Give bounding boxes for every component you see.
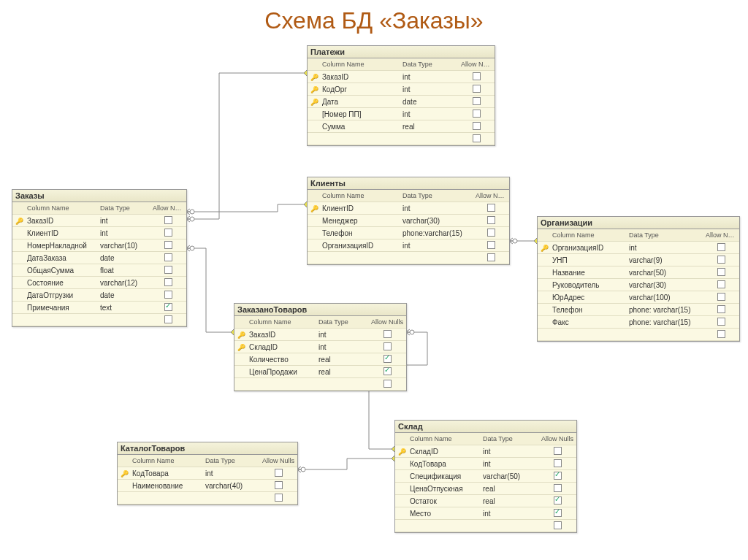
table-row[interactable] [308,133,495,145]
table-row[interactable]: КодТовараint [395,458,576,470]
table-row[interactable] [308,252,509,264]
table-row[interactable]: Наименованиеvarchar(40) [118,480,297,492]
column-name: Наименование [129,481,202,491]
table-row[interactable]: Телефонphone:varchar(15) [308,227,509,239]
allow-null [538,483,576,494]
table-row[interactable] [538,329,739,341]
table-row[interactable]: ЦенаПродажиreal [234,366,406,378]
table-row[interactable]: 🔑КодОргint [308,83,495,96]
table-row[interactable]: Примечанияtext [12,302,186,314]
primary-key-icon: 🔑 [310,204,319,212]
table-row[interactable]: Состояниеvarchar(12) [12,277,186,289]
header-key [12,207,24,209]
table-row[interactable]: ОрганизацияIDint [308,239,509,252]
key-cell [538,272,549,273]
allow-null [458,84,495,95]
checkbox-icon [554,459,562,467]
column-type: real [316,367,368,377]
column-name: [Номер ПП] [319,110,400,119]
table-row[interactable] [395,520,576,532]
table-row[interactable]: КлиентIDint [12,227,186,239]
table-row[interactable]: 🔑ЗаказIDint [234,329,406,341]
table-row[interactable]: Остатокreal [395,495,576,507]
table-row[interactable]: НомерНакладнойvarchar(10) [12,239,186,252]
key-cell [308,113,319,115]
column-type: int [400,85,458,94]
table-row[interactable] [118,492,297,505]
checkbox-icon [164,315,172,323]
table-row[interactable]: ЦенаОтпускнаяreal [395,483,576,495]
table-row[interactable]: Телефонphone: varchar(15) [538,304,739,316]
key-cell [118,497,129,499]
header-null: Allow Nulls [368,318,406,326]
table-row[interactable]: 🔑ЗаказIDint [308,71,495,83]
primary-key-icon: 🔑 [310,73,319,81]
table-row[interactable]: ДатаОтгрузкиdate [12,289,186,302]
table-orgs[interactable]: ОрганизацииColumn NameData TypeAllow Nul… [537,216,740,342]
allow-null [473,203,509,214]
table-row[interactable]: Суммаreal [308,120,495,133]
column-name: ОрганизацияID [549,243,626,253]
allow-null [458,109,495,120]
key-cell [538,259,549,261]
key-cell: 🔑 [234,330,246,340]
header-key [234,321,246,323]
column-name: ЦенаПродажи [246,367,316,377]
checkbox-icon [164,278,172,286]
table-row[interactable]: 🔑КлиентIDint [308,202,509,215]
checkbox-icon [487,253,495,261]
column-type: varchar(40) [202,481,259,491]
key-cell [395,513,407,514]
allow-null [473,253,509,264]
table-row[interactable]: Менеджерvarchar(30) [308,215,509,227]
table-row[interactable]: 🔑СкладIDint [234,341,406,353]
table-row[interactable]: Количествоreal [234,353,406,366]
column-name: ЗаказID [246,330,316,340]
table-row[interactable]: ОбщаяСуммаfloat [12,264,186,277]
column-name: КлиентID [319,204,400,213]
key-cell [308,245,319,246]
table-row[interactable] [12,314,186,326]
table-ordered[interactable]: ЗаказаноТоваровColumn NameData TypeAllow… [234,303,407,391]
table-row[interactable]: Местоint [395,507,576,520]
table-payments[interactable]: ПлатежиColumn NameData TypeAllow Nulls🔑З… [307,45,495,146]
primary-key-icon: 🔑 [121,469,129,477]
key-cell [538,334,549,335]
table-row[interactable]: Названиеvarchar(50) [538,266,739,279]
checkbox-icon [717,280,725,288]
table-stock[interactable]: СкладColumn NameData TypeAllow Nulls🔑Скл… [394,420,577,533]
table-row[interactable]: 🔑ЗаказIDint [12,215,186,227]
column-name [129,497,202,499]
checkbox-icon [717,330,725,338]
column-type: phone: varchar(15) [626,305,703,315]
table-row[interactable] [234,378,406,391]
column-name: Сумма [319,122,400,131]
key-cell [538,296,549,298]
table-row[interactable]: 🔑КодТовараint [118,467,297,480]
header-null: Allow Nulls [150,204,186,212]
key-cell [395,500,407,502]
table-row[interactable]: Руководительvarchar(30) [538,279,739,291]
allow-null [150,277,186,288]
column-type [202,497,259,499]
column-name: ЦенаОтпускная [407,484,480,494]
table-row[interactable]: 🔑ОрганизацияIDint [538,242,739,254]
checkbox-icon [473,85,481,93]
header-type: Data Type [480,434,538,443]
table-row[interactable]: Спецификацияvarchar(50) [395,470,576,483]
column-name: ОрганизацияID [319,241,400,250]
table-row[interactable]: ЮрАдресvarchar(100) [538,291,739,304]
key-cell: 🔑 [308,97,319,107]
column-type: date [400,97,458,107]
table-row[interactable]: УНПvarchar(9) [538,254,739,266]
table-orders[interactable]: ЗаказыColumn NameData TypeAllow Nulls🔑За… [12,189,187,327]
table-row[interactable]: Факсphone: varchar(15) [538,316,739,329]
table-row[interactable]: 🔑СкладIDint [395,445,576,458]
table-row[interactable]: ДатаЗаказаdate [12,252,186,264]
table-row[interactable]: 🔑Датаdate [308,96,495,108]
table-catalog[interactable]: КаталогТоваровColumn NameData TypeAllow … [117,442,298,505]
table-row[interactable]: [Номер ПП]int [308,108,495,120]
column-name: ДатаОтгрузки [24,291,97,300]
column-type: phone: varchar(15) [626,318,703,327]
table-clients[interactable]: КлиентыColumn NameData TypeAllow Nulls🔑К… [307,177,510,265]
